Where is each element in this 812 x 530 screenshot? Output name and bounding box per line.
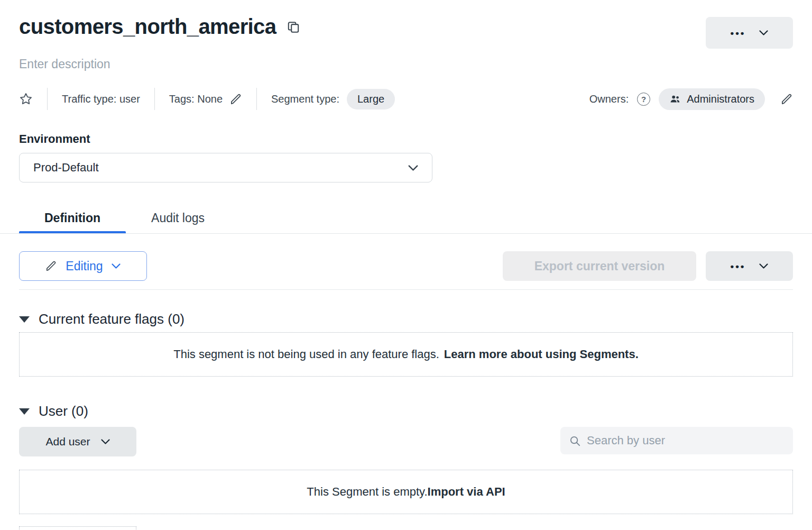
- header-more-actions-button[interactable]: •••: [706, 17, 793, 49]
- segment-type-label: Segment type:: [271, 93, 339, 105]
- segment-detail-page: customers_north_america ••• Enter descri…: [0, 0, 812, 530]
- owners-group: Owners: ? Administrators: [589, 88, 793, 110]
- feature-flags-section-header[interactable]: Current feature flags (0): [19, 311, 184, 327]
- traffic-type-label: Traffic type: user: [62, 93, 140, 105]
- owners-value: Administrators: [687, 93, 754, 105]
- caret-down-icon: [19, 408, 30, 415]
- editing-label: Editing: [66, 259, 103, 273]
- tab-definition[interactable]: Definition: [19, 203, 126, 233]
- owners-badge[interactable]: Administrators: [659, 88, 765, 110]
- add-user-label: Add user: [45, 435, 90, 448]
- divider: [154, 88, 155, 110]
- title-row: customers_north_america: [19, 15, 300, 39]
- editing-dropdown-button[interactable]: Editing: [19, 251, 147, 281]
- ellipsis-icon: •••: [731, 28, 746, 38]
- tabs-underline: [0, 233, 812, 234]
- chevron-down-icon: [759, 263, 768, 269]
- environment-select[interactable]: Prod-Default: [19, 153, 432, 182]
- feature-flags-section-title: Current feature flags (0): [39, 311, 184, 327]
- star-icon[interactable]: [19, 92, 33, 106]
- user-search-box: [560, 427, 793, 454]
- tab-bar: Definition Audit logs: [19, 203, 230, 233]
- export-current-version-button[interactable]: Export current version: [503, 251, 696, 281]
- add-user-button[interactable]: Add user: [19, 427, 136, 456]
- meta-row: Traffic type: user Tags: None Segment ty…: [19, 87, 793, 111]
- learn-more-link[interactable]: Learn more about using Segments.: [444, 348, 639, 361]
- user-section-title: User (0): [39, 403, 88, 419]
- divider: [19, 289, 793, 290]
- tags-label: Tags: None: [169, 93, 223, 105]
- user-empty-text: This Segment is empty.: [307, 485, 427, 499]
- search-icon: [569, 435, 581, 447]
- page-title: customers_north_america: [19, 15, 276, 39]
- help-circle-icon[interactable]: ?: [637, 93, 650, 106]
- description-field[interactable]: Enter description: [19, 57, 110, 71]
- chevron-down-icon: [101, 439, 110, 444]
- import-via-api-link[interactable]: Import via API: [428, 485, 505, 499]
- chevron-down-icon: [759, 30, 768, 35]
- divider: [256, 88, 257, 110]
- user-search-input[interactable]: [587, 434, 785, 447]
- definition-more-actions-button[interactable]: •••: [706, 251, 793, 281]
- caret-down-icon: [19, 316, 30, 323]
- owners-label: Owners:: [589, 93, 629, 105]
- tab-audit-logs[interactable]: Audit logs: [126, 203, 230, 233]
- feature-flags-empty-text: This segment is not being used in any fe…: [173, 348, 439, 361]
- user-section-header[interactable]: User (0): [19, 403, 88, 419]
- chevron-down-icon: [112, 263, 121, 269]
- edit-owners-pencil-icon[interactable]: [781, 93, 793, 105]
- environment-selected-value: Prod-Default: [33, 161, 99, 175]
- divider: [47, 88, 48, 110]
- feature-flags-empty-state: This segment is not being used in any fe…: [19, 332, 793, 377]
- partial-dotted-box: [19, 526, 136, 530]
- segment-type-badge: Large: [347, 89, 395, 109]
- user-empty-state: This Segment is empty. Import via API: [19, 470, 793, 514]
- chevron-down-icon: [408, 165, 418, 171]
- copy-icon[interactable]: [287, 20, 300, 34]
- edit-pencil-icon: [45, 260, 57, 272]
- ellipsis-icon: •••: [731, 261, 746, 271]
- edit-tags-pencil-icon[interactable]: [230, 93, 242, 105]
- environment-label: Environment: [19, 132, 90, 146]
- people-icon: [669, 93, 681, 105]
